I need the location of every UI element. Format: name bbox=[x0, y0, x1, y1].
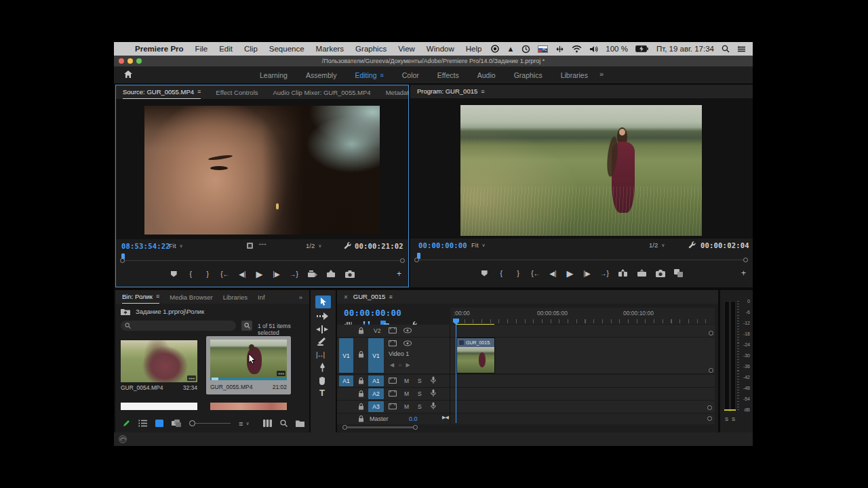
menubar-clock[interactable]: Пт, 19 авг. 17:34 bbox=[656, 45, 714, 53]
menu-view[interactable]: View bbox=[398, 45, 415, 53]
breadcrumb[interactable]: Задание 1.prproj\Ролик bbox=[136, 308, 204, 315]
tab-effect-controls[interactable]: Effect Controls bbox=[216, 89, 258, 96]
vscroll-handle-1[interactable] bbox=[709, 331, 713, 336]
find-icon[interactable] bbox=[241, 321, 252, 331]
clip-label-2[interactable]: GUR_0055.MP4 21:02 bbox=[210, 384, 287, 390]
v1-visibility-eye-icon[interactable] bbox=[403, 340, 412, 346]
find-button[interactable] bbox=[280, 420, 288, 427]
go-to-out-button[interactable]: →} bbox=[290, 270, 298, 278]
project-writable-pencil-icon[interactable] bbox=[122, 420, 130, 428]
v1-sync-lock-icon[interactable] bbox=[389, 340, 397, 346]
a3-target-button[interactable]: A3 bbox=[368, 401, 384, 412]
new-bin-button[interactable] bbox=[296, 420, 304, 427]
v1-keyframe-nav[interactable]: ◀ ○ ▶ bbox=[390, 362, 412, 368]
a3-sync-lock-icon[interactable] bbox=[389, 403, 397, 409]
playhead-line[interactable] bbox=[456, 324, 456, 423]
comparison-view-button[interactable] bbox=[674, 269, 683, 277]
tab-media-browser[interactable]: Media Browser bbox=[170, 293, 212, 301]
fit-sequence-icon[interactable]: ▶◀ bbox=[442, 415, 448, 420]
play-button[interactable]: ▶ bbox=[256, 269, 264, 279]
a1-source-patch[interactable]: A1 bbox=[339, 375, 353, 386]
a3-voiceover-mic-icon[interactable] bbox=[431, 402, 436, 410]
record-indicator-icon[interactable] bbox=[491, 45, 499, 53]
list-view-button[interactable] bbox=[138, 420, 147, 427]
export-frame-button[interactable] bbox=[345, 270, 355, 278]
program-zoombar-left-handle[interactable] bbox=[414, 258, 419, 262]
menu-file[interactable]: File bbox=[195, 45, 208, 53]
notification-center-icon[interactable] bbox=[737, 45, 746, 53]
a3-solo-button[interactable]: S bbox=[418, 403, 422, 410]
menu-edit[interactable]: Edit bbox=[219, 45, 233, 53]
freeform-view-button[interactable] bbox=[172, 420, 181, 428]
icon-view-button[interactable] bbox=[155, 420, 163, 427]
a2-sync-lock-icon[interactable] bbox=[389, 390, 397, 396]
thumbnail-zoom-slider[interactable] bbox=[189, 420, 231, 426]
audio-midi-icon[interactable] bbox=[555, 45, 564, 54]
clip-tile-2-selected[interactable]: +++ GUR_0055.MP4 21:02 bbox=[206, 336, 291, 394]
hscroll-thumb[interactable] bbox=[347, 426, 414, 428]
master-gain-value[interactable]: 0.0 bbox=[409, 415, 418, 422]
add-marker-button[interactable] bbox=[480, 270, 488, 277]
menu-help[interactable]: Help bbox=[466, 45, 482, 53]
a1-solo-button[interactable]: S bbox=[418, 378, 422, 384]
slip-tool[interactable]: |↔| bbox=[316, 351, 324, 359]
volume-icon[interactable] bbox=[589, 45, 598, 53]
tab-metadata[interactable]: Metadata bbox=[386, 89, 408, 96]
panel-overflow-icon[interactable]: » bbox=[299, 293, 302, 301]
hscroll-right-handle[interactable] bbox=[413, 425, 418, 430]
source-video-preview[interactable] bbox=[144, 106, 380, 235]
a1-mute-button[interactable]: M bbox=[404, 378, 409, 384]
v1-lock-icon[interactable] bbox=[358, 351, 364, 358]
type-tool[interactable]: T bbox=[319, 388, 325, 398]
tab-sequence[interactable]: GUR_0015≡ bbox=[353, 291, 393, 304]
a2-voiceover-mic-icon[interactable] bbox=[431, 389, 436, 397]
timeline-ruler[interactable]: :00:00 00:00:05:00 00:00:10:00 bbox=[450, 308, 715, 324]
timeline-current-timecode[interactable]: 00:00:00:00 bbox=[344, 308, 401, 318]
clip-label-1[interactable]: GUR_0054.MP4 32:34 bbox=[121, 384, 197, 391]
v2-target-button[interactable]: V2 bbox=[374, 327, 380, 334]
add-marker-button[interactable] bbox=[170, 271, 178, 277]
workspace-tab-editing[interactable]: Editing≡ bbox=[355, 71, 383, 79]
vscroll-handle-4[interactable] bbox=[707, 416, 712, 421]
clip-thumbnail-partial-1[interactable] bbox=[121, 403, 197, 410]
tab-audio-clip-mixer[interactable]: Audio Clip Mixer: GUR_0055.MP4 bbox=[273, 89, 371, 96]
lift-button[interactable] bbox=[618, 269, 628, 277]
meter-solo-left-button[interactable]: S bbox=[725, 416, 728, 422]
automate-to-sequence-icon[interactable] bbox=[263, 420, 272, 427]
source-zoombar-right-handle[interactable] bbox=[400, 258, 405, 263]
tab-bin[interactable]: Bin: Ролик≡ bbox=[122, 291, 159, 304]
v1-track-name[interactable]: Video 1 bbox=[389, 350, 409, 357]
go-to-out-button[interactable]: →} bbox=[600, 270, 609, 277]
hscroll-left-handle[interactable] bbox=[342, 425, 347, 430]
source-button-editor[interactable]: + bbox=[397, 269, 401, 279]
meter-solo-right-button[interactable]: S bbox=[732, 416, 735, 422]
export-frame-button[interactable] bbox=[656, 270, 665, 277]
a2-lock-icon[interactable] bbox=[358, 390, 364, 397]
source-current-timecode[interactable]: 08:53:54:22 bbox=[121, 242, 170, 250]
close-panel-icon[interactable]: × bbox=[344, 293, 348, 301]
vscroll-handle-2[interactable] bbox=[709, 368, 713, 373]
drag-audio-icon[interactable]: ⁺⁺⁺ bbox=[258, 242, 266, 249]
ripple-edit-tool[interactable] bbox=[316, 325, 328, 333]
workspace-overflow-button[interactable]: » bbox=[599, 70, 604, 78]
a3-lock-icon[interactable] bbox=[358, 403, 364, 410]
step-back-button[interactable]: ◀| bbox=[239, 270, 247, 278]
selection-tool[interactable] bbox=[315, 296, 331, 308]
home-icon[interactable] bbox=[123, 70, 133, 79]
a2-mute-button[interactable]: M bbox=[404, 390, 409, 397]
hand-tool[interactable] bbox=[317, 376, 327, 386]
a1-target-button[interactable]: A1 bbox=[368, 375, 384, 386]
a2-target-button[interactable]: A2 bbox=[368, 388, 384, 399]
navigate-up-icon[interactable] bbox=[121, 308, 130, 315]
master-lock-icon[interactable] bbox=[358, 415, 364, 422]
pen-tool[interactable] bbox=[318, 363, 327, 372]
step-forward-button[interactable]: |▶ bbox=[583, 270, 591, 277]
menu-sequence[interactable]: Sequence bbox=[269, 45, 304, 53]
overwrite-button[interactable] bbox=[326, 270, 336, 278]
wifi-icon[interactable] bbox=[572, 45, 582, 53]
v2-sync-lock-icon[interactable] bbox=[389, 327, 397, 333]
play-button[interactable]: ▶ bbox=[566, 268, 574, 279]
program-button-editor[interactable]: + bbox=[741, 268, 746, 278]
mark-out-button[interactable]: } bbox=[203, 270, 212, 278]
drag-video-icon[interactable] bbox=[246, 242, 254, 249]
